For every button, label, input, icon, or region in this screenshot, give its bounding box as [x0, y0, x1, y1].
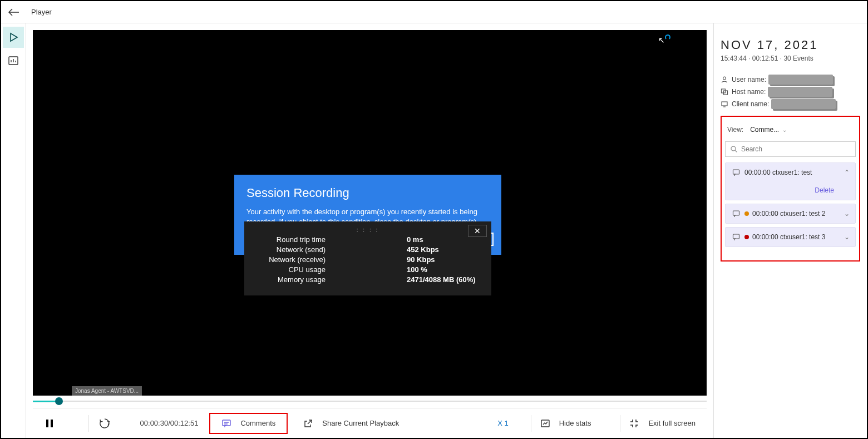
- right-panel: NOV 17, 2021 15:43:44 · 00:12:51 · 30 Ev…: [713, 23, 867, 438]
- meta-label: Client name:: [732, 100, 769, 108]
- stats-close-button[interactable]: ✕: [468, 225, 487, 237]
- stat-value: 100 %: [407, 265, 427, 274]
- svg-rect-1: [46, 420, 48, 427]
- left-rail: [1, 23, 26, 438]
- stat-label: Network (send): [253, 245, 331, 254]
- stat-row: Network (receive) 90 Kbps: [253, 255, 482, 264]
- redacted-value: [771, 99, 836, 109]
- comment-icon: [221, 418, 236, 428]
- comments-label: Comments: [240, 419, 275, 427]
- search-box[interactable]: [725, 141, 856, 157]
- rewind-seconds-label: 7: [107, 421, 110, 427]
- stat-label: CPU usage: [253, 265, 331, 274]
- svg-point-9: [731, 146, 736, 151]
- svg-rect-2: [51, 420, 53, 427]
- hide-stats-label: Hide stats: [559, 419, 591, 427]
- comments-panel: View: Comme... ⌄ 00:00:00 ctxuser1: test: [721, 116, 860, 262]
- view-label: View:: [727, 126, 743, 134]
- view-value: Comme...: [750, 126, 779, 134]
- client-icon: [721, 100, 728, 108]
- comment-item[interactable]: 00:00:00 ctxuser1: test 2 ⌄: [725, 204, 856, 224]
- search-icon: [730, 145, 738, 153]
- recording-date: NOV 17, 2021: [721, 38, 860, 52]
- stat-label: Memory usage: [253, 275, 331, 284]
- comment-delete-link[interactable]: Delete: [732, 186, 849, 194]
- stat-row: Memory usage 2471/4088 MB (60%): [253, 275, 482, 284]
- timeline-thumb[interactable]: [55, 397, 63, 405]
- comment-item[interactable]: 00:00:00 ctxuser1: test ⌃ Delete: [725, 162, 856, 200]
- hide-stats-button[interactable]: Hide stats: [540, 418, 591, 428]
- stats-drag-handle-icon[interactable]: : : : :: [253, 227, 482, 233]
- recording-subinfo: 15:43:44 · 00:12:51 · 30 Events: [721, 55, 860, 62]
- meta-row-host: Host name:: [721, 87, 860, 97]
- meta-row-client: Client name:: [721, 99, 860, 109]
- share-icon: [303, 418, 318, 428]
- view-row: View: Comme... ⌄: [725, 121, 856, 138]
- video-area: ↖ Session Recording Your activity with t…: [33, 30, 707, 396]
- host-icon: [721, 88, 728, 96]
- stats-panel: : : : : ✕ Round trip time 0 ms Network (…: [244, 221, 491, 295]
- stat-label: Network (receive): [253, 255, 331, 264]
- chevron-up-icon[interactable]: ⌃: [844, 169, 850, 176]
- redacted-value: [768, 87, 832, 97]
- meta-row-user: User name:: [721, 75, 860, 85]
- playback-time: 00:00:30/00:12:51: [140, 419, 199, 427]
- divider: [620, 415, 620, 432]
- stat-value: 452 Kbps: [407, 245, 439, 254]
- chevron-down-icon: ⌄: [782, 127, 787, 133]
- exit-fullscreen-label: Exit full screen: [648, 419, 696, 427]
- svg-point-5: [723, 77, 726, 80]
- session-popup-title: Session Recording: [246, 186, 489, 200]
- svg-rect-3: [223, 420, 230, 426]
- comment-icon: [732, 169, 740, 176]
- comment-item[interactable]: 00:00:00 ctxuser1: test 3 ⌄: [725, 227, 856, 247]
- back-arrow-icon[interactable]: [8, 8, 20, 17]
- meta-label: Host name:: [732, 88, 766, 96]
- svg-rect-8: [722, 102, 727, 106]
- status-dot-icon: [744, 211, 749, 216]
- svg-rect-10: [733, 170, 739, 174]
- view-dropdown[interactable]: Comme... ⌄: [750, 126, 787, 134]
- controls: 7 00:00:30/00:12:51 Comments Share Curre…: [33, 408, 707, 438]
- stat-value: 0 ms: [407, 235, 423, 244]
- status-dot-icon: [744, 235, 749, 239]
- share-button[interactable]: Share Current Playback: [303, 418, 399, 428]
- sparkline-icon: [331, 236, 400, 244]
- search-input[interactable]: [741, 145, 851, 153]
- center-column: ↖ Session Recording Your activity with t…: [26, 23, 713, 438]
- timeline-track: [33, 401, 707, 402]
- chevron-down-icon[interactable]: ⌄: [844, 233, 850, 241]
- timeline[interactable]: [33, 397, 707, 406]
- comment-text: 00:00:00 ctxuser1: test: [744, 169, 812, 176]
- divider: [531, 415, 531, 432]
- share-label: Share Current Playback: [322, 419, 399, 427]
- comment-icon: [732, 210, 740, 218]
- stats-icon: [540, 418, 555, 428]
- svg-rect-12: [733, 234, 739, 239]
- divider: [88, 415, 89, 432]
- main: ↖ Session Recording Your activity with t…: [1, 23, 867, 438]
- stat-value: 90 Kbps: [407, 255, 435, 264]
- speed-button[interactable]: X 1: [497, 419, 509, 427]
- sparkline-icon: [331, 266, 400, 274]
- rail-stats-button[interactable]: [3, 50, 24, 71]
- page-title: Player: [31, 8, 52, 16]
- meta-block: User name: Host name: Client name:: [721, 75, 860, 109]
- stat-value: 2471/4088 MB (60%): [407, 275, 476, 284]
- sparkline-icon: [331, 246, 400, 254]
- chevron-down-icon[interactable]: ⌄: [844, 210, 850, 218]
- comments-button[interactable]: Comments: [209, 413, 288, 434]
- comment-text: 00:00:00 ctxuser1: test 3: [752, 233, 825, 241]
- user-icon: [721, 76, 728, 83]
- svg-rect-11: [733, 211, 739, 215]
- pause-button[interactable]: [44, 418, 60, 429]
- stat-label: Round trip time: [253, 235, 331, 244]
- meta-label: User name:: [732, 76, 766, 83]
- rewind-button[interactable]: 7: [98, 417, 119, 430]
- stat-row: Round trip time 0 ms: [253, 235, 482, 244]
- comment-icon: [732, 233, 740, 241]
- comment-text: 00:00:00 ctxuser1: test 2: [752, 210, 825, 218]
- rail-play-button[interactable]: [3, 27, 24, 48]
- header: Player: [1, 1, 867, 23]
- exit-fullscreen-button[interactable]: Exit full screen: [629, 418, 696, 428]
